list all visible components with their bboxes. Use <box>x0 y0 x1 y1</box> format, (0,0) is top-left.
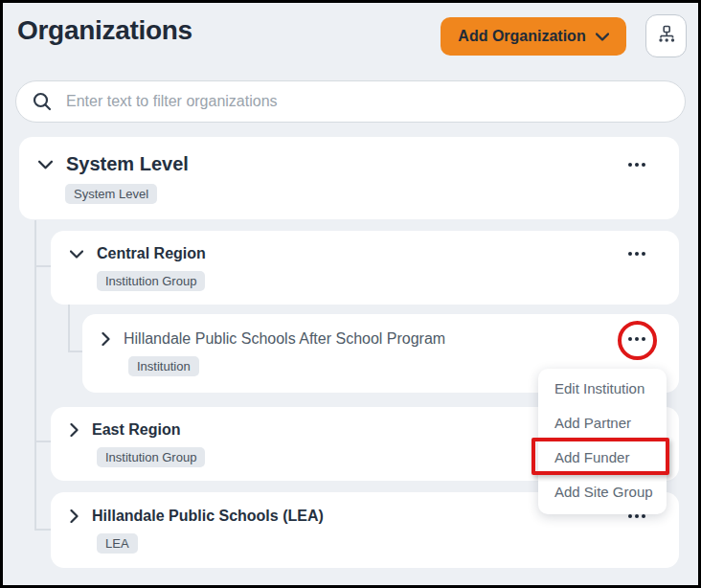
menu-item-add-funder[interactable]: Add Funder <box>538 440 667 474</box>
tree-connector-stub-east <box>34 441 51 442</box>
node-title: Hillandale Public Schools After School P… <box>124 330 445 348</box>
filter-search-bar <box>15 80 686 123</box>
ellipsis-menu-button[interactable] <box>628 163 645 167</box>
add-organization-button[interactable]: Add Organization <box>441 17 626 56</box>
chevron-down-icon[interactable] <box>70 250 83 259</box>
add-organization-label: Add Organization <box>458 28 585 45</box>
tree-connector-stub-central <box>34 265 51 267</box>
node-title: System Level <box>66 153 189 175</box>
tree-connector-vertical-l2 <box>68 305 70 352</box>
tree-node-system-level: System Level System Level <box>19 137 679 219</box>
ellipsis-menu-button[interactable] <box>628 337 645 341</box>
chevron-right-icon[interactable] <box>102 332 110 346</box>
org-chart-view-button[interactable] <box>645 14 687 57</box>
node-type-badge: Institution Group <box>97 271 205 291</box>
tree-connector-stub-lea <box>34 529 51 531</box>
node-type-badge: System Level <box>65 184 157 204</box>
chevron-right-icon[interactable] <box>70 509 79 523</box>
page-title: Organizations <box>17 15 192 46</box>
org-chart-icon <box>656 24 677 48</box>
chevron-down-icon <box>596 33 609 41</box>
chevron-down-icon[interactable] <box>38 160 53 170</box>
ellipsis-menu-button[interactable] <box>628 514 645 518</box>
tree-connector-stub-hillandale <box>68 351 82 352</box>
menu-item-edit-institution[interactable]: Edit Institution <box>538 371 667 405</box>
node-type-badge: LEA <box>97 533 138 554</box>
node-title: Central Region <box>97 245 206 262</box>
chevron-right-icon[interactable] <box>70 423 79 437</box>
menu-item-add-site-group[interactable]: Add Site Group <box>538 474 667 509</box>
menu-item-add-partner[interactable]: Add Partner <box>538 405 667 440</box>
node-type-badge: Institution Group <box>97 447 205 467</box>
filter-input[interactable] <box>66 93 669 110</box>
tree-node-central-region: Central Region Institution Group <box>51 231 679 305</box>
node-title: East Region <box>92 421 180 439</box>
ellipsis-menu-button[interactable] <box>628 252 645 256</box>
organizations-page: Organizations Add Organization <box>0 0 701 588</box>
node-context-menu: Edit Institution Add Partner Add Funder … <box>538 369 667 514</box>
node-title: Hillandale Public Schools (LEA) <box>92 508 324 525</box>
search-icon <box>32 91 53 112</box>
node-type-badge: Institution <box>128 356 199 376</box>
